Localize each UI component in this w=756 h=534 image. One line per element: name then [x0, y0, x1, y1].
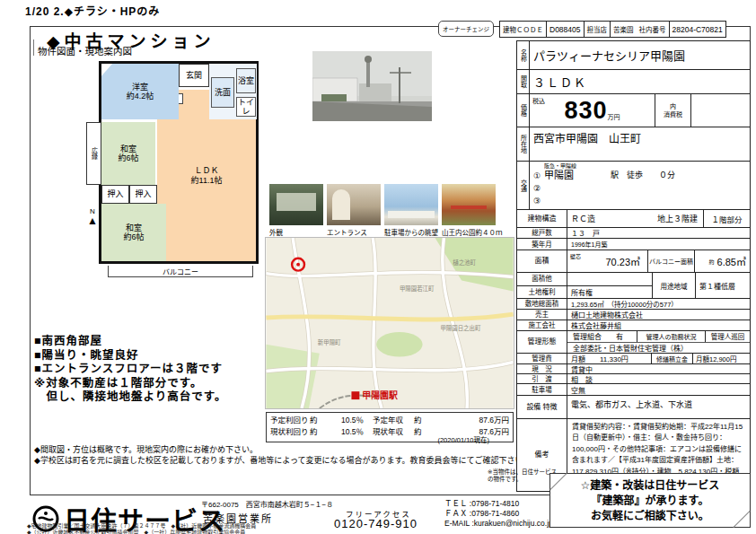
transit-suffix: 駅 徒歩 — [611, 169, 643, 180]
row-status: 現 況 賃貸中 — [517, 363, 750, 373]
fee-value: 月額 11,330円 — [567, 354, 651, 363]
transit-station: 甲陽園 — [544, 170, 576, 180]
zone-value: 第１種低層 — [695, 273, 750, 298]
map-area-label-4: 樋之池町 — [453, 258, 476, 267]
row-management: 管理形態 管理組合 有 管理人の勤務状況 管理人巡回 全部委託・日本管財住宅管理… — [517, 330, 750, 353]
row-units: 総戸数 １３ 戸 — [517, 227, 750, 238]
bullet-1: ■南西角部屋 — [34, 335, 227, 349]
map-station-label: 甲陽園駅 — [362, 390, 398, 400]
office-postal: 〒662-0075 西宮市南越木岩町５−１−８ — [201, 499, 333, 509]
price-empty-cell — [690, 94, 750, 127]
room-washroom: 洗面 — [211, 77, 234, 108]
code-table: 建物ＣＯＤＥ D088405 担当店 苦楽園 社内番号 28204-C70821 — [499, 21, 726, 38]
room-japanese-1-size: 約6帖 — [118, 153, 138, 162]
internal-no-value: 28204-C70821 — [669, 22, 725, 37]
price-unit: 万円 — [608, 112, 620, 121]
branch-value: 苦楽園 — [610, 22, 637, 37]
price-label: 価格 — [517, 94, 530, 127]
management-company: 全部委託・日本管財住宅管理（株） — [567, 343, 750, 354]
room-western: 洋室 約4.2帖 — [101, 64, 179, 119]
fee-label: 管理費 — [517, 354, 567, 363]
room-entrance: 玄関 — [179, 64, 209, 87]
yield-label: 現状利回り — [270, 425, 310, 436]
structure-floors: 地上３階建 — [657, 210, 703, 227]
room-hiroen: 広縁 — [86, 122, 101, 185]
photo-thumb-entrance — [327, 184, 381, 225]
structure-value: ＲＣ造 — [567, 210, 657, 227]
photo-thumb-view — [384, 184, 438, 225]
transit-label: 交通 — [517, 162, 530, 209]
consumption-tax-cell: 内 消費税 — [655, 94, 690, 127]
structure-label: 建物構造 — [517, 210, 567, 227]
footnotes: ◆間取図・方位は概略です。現地案内の際にお確かめ下さい。 ◆学校区は町名を元に調… — [34, 445, 532, 466]
yield-approx: 約 — [310, 425, 326, 436]
row-area-other-landright: 面積他 土地権利 所有権 用途地域 第１種低層 — [517, 272, 750, 298]
site-area-value: 1,293.65㎡ （持分10000分の577） — [567, 299, 750, 309]
bullet-2: ■陽当り・眺望良好 — [34, 349, 227, 363]
manager-duty-label: 管理人の勤務状況 — [637, 331, 705, 342]
slide-label: 1/20 2.◆チラシ・HPのみ — [25, 3, 160, 18]
photo-thumb-exterior — [269, 184, 323, 225]
units-label: 総戸数 — [517, 228, 567, 238]
status-value: 賃貸中 — [567, 364, 750, 373]
transit-walk: ０分 — [659, 169, 675, 180]
units-value: １３ 戸 — [567, 228, 750, 238]
transit-no-2: ② — [533, 184, 746, 193]
repair-fund-value: 月額12,900円 — [692, 354, 750, 363]
area-label: 面積 — [517, 250, 567, 272]
room-bath-label: 浴室 — [238, 76, 254, 85]
subtitle-divider — [33, 39, 34, 56]
area-value: 70.23㎡ — [605, 254, 640, 268]
balcony: バルコニー — [108, 266, 253, 277]
row-area: 面積 壁芯 70.23㎡ バルコニー面積 約 6.85㎡ — [517, 249, 750, 272]
floor-part: １階部分 — [703, 210, 750, 227]
room-ldk-label: ＬＤＫ — [194, 166, 218, 175]
highlight-bullets: ■南西角部屋 ■陽当り・眺望良好 ■エントランスフロアーは３階です ※対象不動産… — [34, 335, 227, 405]
row-layout: 間取 ３ＬＤＫ — [517, 69, 750, 93]
equipment-value: 電気、都市ガス、上水道、下水道 — [567, 396, 750, 418]
room-toilet-label: トイレ — [237, 98, 255, 117]
fax-line: ＦＡＸ :0798-71-4860 — [444, 509, 553, 519]
balcony-approx: 約 — [709, 258, 715, 266]
built-value: 1996年1月築 — [567, 239, 750, 249]
photo-caption-1: 外観 — [269, 227, 283, 237]
owner-change-badge: オーナーチェンジ — [438, 21, 494, 37]
email-line: E-MAIL :kurakuen@nichiju.co.jp — [444, 519, 553, 529]
seller-label: 売主 — [517, 310, 567, 320]
area-cell: 壁芯 70.23㎡ — [567, 250, 647, 272]
land-right-value: 所有権 — [567, 286, 652, 299]
handover-value: 相 談 — [567, 374, 750, 383]
free-access-number: 0120-749-910 — [334, 517, 418, 530]
management-assoc: 管理組合 有 — [567, 331, 637, 342]
yield-rate: 10.5％ — [326, 414, 373, 425]
area-method: 壁芯 — [570, 252, 581, 260]
exclusive-note-line2: の物件です。 — [488, 476, 557, 483]
photo-thumb-park — [442, 184, 496, 225]
page-subtitle: 物件図面・現地案内図 — [38, 44, 132, 57]
contact-block: ＴＥＬ :0798-71-4810 ＦＡＸ :0798-71-4860 E-MA… — [444, 499, 553, 529]
layout-value: ３ＬＤＫ — [530, 70, 750, 93]
tel-line: ＴＥＬ :0798-71-4810 — [444, 499, 553, 509]
map-area-label-2: 甲陽園日之出町 — [440, 324, 481, 332]
renovation-promo-box: ☆建築・改装は日住サービス 『建築部』が承ります。 お気軽にご相談下さい。 — [549, 473, 751, 528]
closet-1: 押入 — [101, 185, 129, 204]
income-approx: 約 — [414, 425, 428, 436]
income-label: 現状年収 — [373, 425, 414, 436]
seller-value: 樋口土地建物株式会社 — [567, 310, 750, 320]
map-area-label-1: 甲陽園若江町 — [400, 285, 435, 293]
area-other-label: 面積他 — [517, 273, 567, 285]
promo-line-2: 『建築部』が承ります。 — [550, 494, 750, 509]
north-arrow-icon: N ▲ — [84, 208, 101, 232]
income-value: 87.6万円 — [428, 414, 509, 425]
balcony-area-cell: 約 6.85㎡ — [694, 250, 750, 272]
room-hiroen-label: 広縁 — [90, 147, 99, 160]
row-structure: 建物構造 ＲＣ造 地上３階建 １階部分 — [517, 209, 750, 227]
room-japanese-2-size: 約6帖 — [123, 232, 144, 241]
location-map: 甲陽園駅 甲陽園若江町 甲陽園日之出町 新甲陽町 樋之池町 — [265, 237, 514, 409]
row-site-area: 敷地総面積 1,293.65㎡ （持分10000分の577） — [517, 298, 750, 309]
floor-plan: ＬＤＫ 約11.1帖 洋室 約4.2帖 玄関 洗面 浴室 トイレ 和室 約6帖 … — [86, 57, 262, 278]
row-price: 価格 税込 830 万円 内 消費税 — [517, 93, 750, 127]
room-japanese-1-label: 和室 — [120, 144, 136, 153]
row-address: 所在地 西宮市甲陽園 山王町 — [517, 127, 750, 161]
builder-label: 施工会社 — [517, 320, 567, 330]
